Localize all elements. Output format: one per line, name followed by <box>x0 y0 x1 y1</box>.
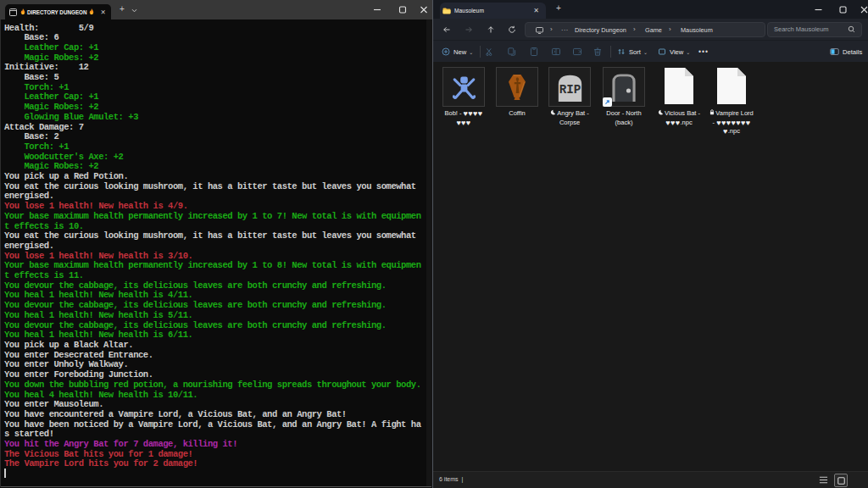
svg-text:RIP: RIP <box>559 83 581 97</box>
